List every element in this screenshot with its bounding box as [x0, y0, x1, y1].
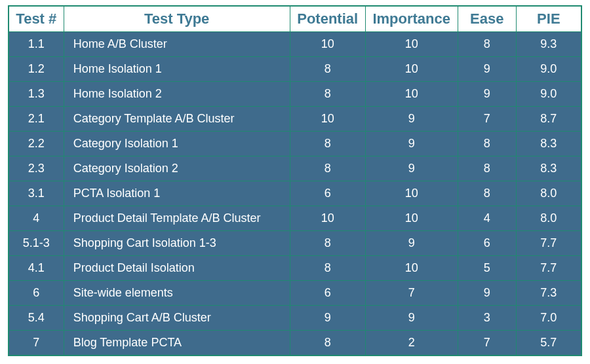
table-header: Test # Test Type Potential Importance Ea… [9, 7, 581, 32]
cell-pie: 9.3 [516, 32, 581, 57]
col-header-potential: Potential [290, 7, 365, 32]
cell-ease: 9 [458, 57, 516, 82]
cell-ease: 8 [458, 32, 516, 57]
table-body: 1.1Home A/B Cluster101089.31.2Home Isola… [9, 32, 581, 355]
cell-num: 1.1 [9, 32, 64, 57]
cell-type: Shopping Cart Isolation 1-3 [64, 231, 290, 256]
pie-prioritization-table: Test # Test Type Potential Importance Ea… [8, 5, 582, 356]
cell-pie: 8.3 [516, 132, 581, 156]
cell-type: Category Isolation 2 [64, 156, 290, 181]
table-row: 2.1Category Template A/B Cluster10978.7 [9, 107, 581, 132]
cell-importance: 9 [365, 107, 458, 132]
cell-ease: 9 [458, 82, 516, 107]
cell-num: 2.2 [9, 132, 64, 156]
cell-ease: 8 [458, 156, 516, 181]
cell-importance: 9 [365, 306, 458, 331]
cell-ease: 4 [458, 206, 516, 231]
cell-potential: 8 [290, 132, 365, 156]
cell-pie: 7.3 [516, 281, 581, 306]
cell-potential: 10 [290, 206, 365, 231]
cell-type: Product Detail Template A/B Cluster [64, 206, 290, 231]
cell-ease: 8 [458, 181, 516, 206]
cell-importance: 10 [365, 57, 458, 82]
cell-potential: 9 [290, 306, 365, 331]
cell-type: Home A/B Cluster [64, 32, 290, 57]
cell-type: Product Detail Isolation [64, 256, 290, 281]
table-row: 1.3Home Isolation 281099.0 [9, 82, 581, 107]
cell-pie: 5.7 [516, 331, 581, 355]
table-row: 2.2Category Isolation 18988.3 [9, 132, 581, 156]
cell-type: Home Isolation 1 [64, 57, 290, 82]
cell-num: 2.3 [9, 156, 64, 181]
cell-ease: 3 [458, 306, 516, 331]
cell-type: Category Template A/B Cluster [64, 107, 290, 132]
col-header-ease: Ease [458, 7, 516, 32]
table-row: 2.3Category Isolation 28988.3 [9, 156, 581, 181]
cell-num: 1.3 [9, 82, 64, 107]
cell-potential: 8 [290, 82, 365, 107]
cell-pie: 7.7 [516, 256, 581, 281]
cell-num: 1.2 [9, 57, 64, 82]
cell-potential: 6 [290, 181, 365, 206]
col-header-test-num: Test # [9, 7, 64, 32]
cell-potential: 8 [290, 231, 365, 256]
table-row: 4Product Detail Template A/B Cluster1010… [9, 206, 581, 231]
cell-potential: 8 [290, 256, 365, 281]
cell-num: 3.1 [9, 181, 64, 206]
cell-potential: 6 [290, 281, 365, 306]
table-row: 4.1Product Detail Isolation81057.7 [9, 256, 581, 281]
cell-ease: 6 [458, 231, 516, 256]
cell-potential: 10 [290, 32, 365, 57]
cell-num: 5.4 [9, 306, 64, 331]
cell-importance: 10 [365, 32, 458, 57]
cell-importance: 10 [365, 256, 458, 281]
cell-num: 5.1-3 [9, 231, 64, 256]
cell-pie: 8.3 [516, 156, 581, 181]
cell-num: 2.1 [9, 107, 64, 132]
cell-ease: 7 [458, 331, 516, 355]
table-row: 1.2Home Isolation 181099.0 [9, 57, 581, 82]
table-row: 7Blog Template PCTA8275.7 [9, 331, 581, 355]
table-row: 6Site-wide elements6797.3 [9, 281, 581, 306]
cell-type: PCTA Isolation 1 [64, 181, 290, 206]
table-row: 1.1Home A/B Cluster101089.3 [9, 32, 581, 57]
data-table: Test # Test Type Potential Importance Ea… [9, 6, 581, 355]
cell-type: Home Isolation 2 [64, 82, 290, 107]
cell-potential: 8 [290, 331, 365, 355]
table-row: 5.4Shopping Cart A/B Cluster9937.0 [9, 306, 581, 331]
cell-pie: 9.0 [516, 82, 581, 107]
cell-type: Blog Template PCTA [64, 331, 290, 355]
cell-num: 7 [9, 331, 64, 355]
col-header-pie: PIE [516, 7, 581, 32]
cell-importance: 10 [365, 206, 458, 231]
cell-importance: 2 [365, 331, 458, 355]
cell-pie: 9.0 [516, 57, 581, 82]
cell-type: Category Isolation 1 [64, 132, 290, 156]
cell-ease: 8 [458, 132, 516, 156]
table-row: 5.1-3Shopping Cart Isolation 1-38967.7 [9, 231, 581, 256]
cell-type: Shopping Cart A/B Cluster [64, 306, 290, 331]
cell-pie: 8.0 [516, 181, 581, 206]
cell-ease: 7 [458, 107, 516, 132]
cell-importance: 9 [365, 231, 458, 256]
cell-pie: 8.0 [516, 206, 581, 231]
cell-pie: 7.0 [516, 306, 581, 331]
cell-type: Site-wide elements [64, 281, 290, 306]
cell-pie: 7.7 [516, 231, 581, 256]
cell-importance: 10 [365, 82, 458, 107]
col-header-importance: Importance [365, 7, 458, 32]
cell-importance: 10 [365, 181, 458, 206]
cell-potential: 8 [290, 156, 365, 181]
cell-importance: 9 [365, 156, 458, 181]
cell-ease: 5 [458, 256, 516, 281]
cell-potential: 10 [290, 107, 365, 132]
cell-ease: 9 [458, 281, 516, 306]
cell-num: 6 [9, 281, 64, 306]
cell-pie: 8.7 [516, 107, 581, 132]
cell-importance: 7 [365, 281, 458, 306]
col-header-test-type: Test Type [64, 7, 290, 32]
cell-potential: 8 [290, 57, 365, 82]
cell-num: 4.1 [9, 256, 64, 281]
cell-num: 4 [9, 206, 64, 231]
cell-importance: 9 [365, 132, 458, 156]
